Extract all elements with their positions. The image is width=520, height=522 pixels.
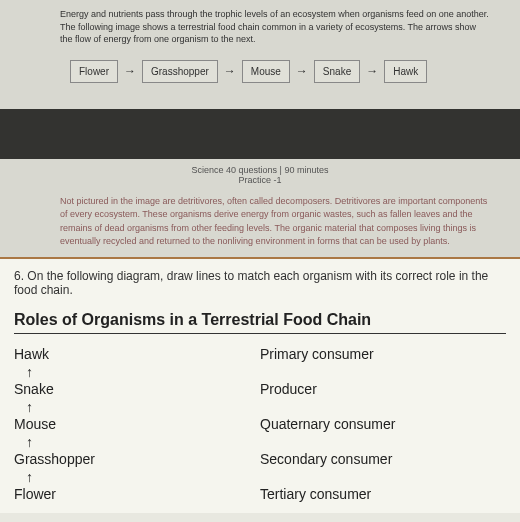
chain-box-grasshopper: Grasshopper — [142, 60, 218, 83]
role-tertiary-consumer[interactable]: Tertiary consumer — [260, 486, 506, 502]
organism-hawk[interactable]: Hawk — [14, 346, 260, 362]
up-arrow-icon: ↑ — [26, 470, 260, 484]
question-prompt: 6. On the following diagram, draw lines … — [14, 269, 506, 297]
up-arrow-icon: ↑ — [26, 365, 260, 379]
dark-band — [0, 109, 520, 159]
top-panel: Energy and nutrients pass through the tr… — [0, 0, 520, 109]
role-secondary-consumer[interactable]: Secondary consumer — [260, 451, 506, 467]
up-arrow-icon: ↑ — [26, 400, 260, 414]
food-chain-row: Flower → Grasshopper → Mouse → Snake → H… — [60, 60, 490, 83]
role-quaternary-consumer[interactable]: Quaternary consumer — [260, 416, 506, 432]
arrow-icon: → — [366, 64, 378, 78]
question-section: 6. On the following diagram, draw lines … — [0, 259, 520, 513]
matching-grid: Hawk ↑ Snake ↑ Mouse ↑ Grasshopper ↑ Flo… — [14, 346, 506, 503]
arrow-icon: → — [224, 64, 236, 78]
question-number: 6. — [14, 269, 24, 283]
up-arrow-icon: ↑ — [26, 435, 260, 449]
organism-grasshopper[interactable]: Grasshopper — [14, 451, 260, 467]
roles-title: Roles of Organisms in a Terrestrial Food… — [14, 311, 506, 334]
chain-box-hawk: Hawk — [384, 60, 427, 83]
arrow-icon: → — [124, 64, 136, 78]
meta-questions: Science 40 questions | 90 minutes — [0, 165, 520, 175]
meta-line: Science 40 questions | 90 minutes Practi… — [0, 159, 520, 187]
organisms-column: Hawk ↑ Snake ↑ Mouse ↑ Grasshopper ↑ Flo… — [14, 346, 260, 503]
intro-paragraph: Energy and nutrients pass through the tr… — [60, 8, 490, 46]
chain-box-snake: Snake — [314, 60, 360, 83]
organism-snake[interactable]: Snake — [14, 381, 260, 397]
role-producer[interactable]: Producer — [260, 381, 506, 397]
organism-flower[interactable]: Flower — [14, 486, 260, 502]
roles-column: Primary consumer Producer Quaternary con… — [260, 346, 506, 503]
meta-practice: Practice -1 — [0, 175, 520, 185]
question-text-body: On the following diagram, draw lines to … — [14, 269, 488, 297]
organism-mouse[interactable]: Mouse — [14, 416, 260, 432]
arrow-icon: → — [296, 64, 308, 78]
chain-box-mouse: Mouse — [242, 60, 290, 83]
role-primary-consumer[interactable]: Primary consumer — [260, 346, 506, 362]
detritivore-paragraph: Not pictured in the image are detritivor… — [0, 187, 520, 259]
chain-box-flower: Flower — [70, 60, 118, 83]
